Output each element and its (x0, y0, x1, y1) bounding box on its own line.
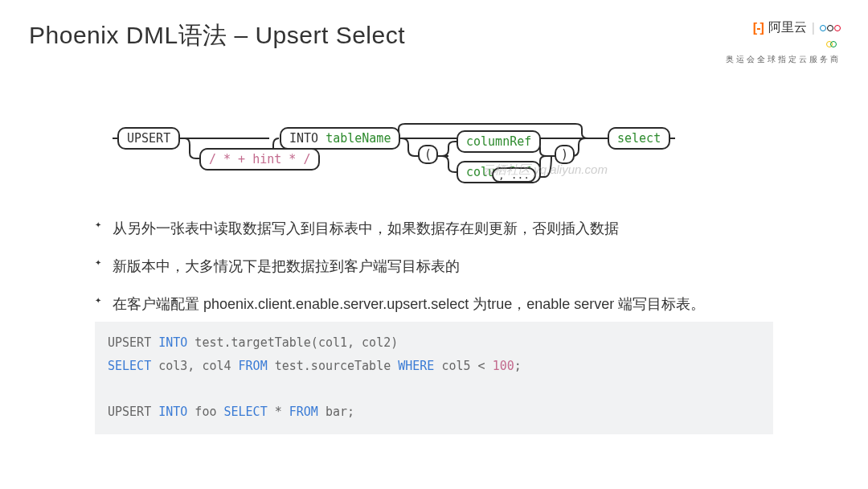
code-line: UPSERT INTO foo SELECT * FROM bar; (108, 401, 760, 424)
code-block: UPSERT INTO test.targetTable(col1, col2)… (95, 322, 773, 434)
node-hint: / * + hint * / (199, 148, 320, 171)
olympic-rings-icon (820, 25, 841, 31)
node-lparen: ( (418, 145, 438, 164)
columnref-text: columnRef (466, 134, 531, 149)
code-line: UPSERT INTO test.targetTable(col1, col2) (108, 331, 760, 355)
syntax-diagram: UPSERT / * + hint * / INTO tableName ( c… (113, 121, 723, 193)
node-select: select (608, 127, 670, 150)
code-line (108, 377, 760, 401)
brand-divider: | (812, 21, 815, 35)
brand-logo-icon: [-] (753, 21, 764, 35)
node-into: INTO tableName (280, 127, 400, 150)
into-kw: INTO (289, 131, 318, 146)
olympic-rings-bottom-icon (829, 38, 837, 47)
tablename-text: tableName (326, 131, 391, 146)
select-text: select (617, 131, 661, 146)
node-rparen: ) (555, 145, 575, 164)
code-line: SELECT col3, col4 FROM test.sourceTable … (108, 355, 760, 378)
node-upsert: UPSERT (117, 127, 180, 150)
node-comma: , ... (492, 167, 536, 183)
bullet-item: 新版本中，大多情况下是把数据拉到客户端写目标表的 (95, 255, 802, 278)
brand-subtitle: 奥运会全球指定云服务商 (726, 54, 841, 65)
node-columnref: columnRef (457, 130, 541, 153)
hint-text: / * + hint * / (209, 152, 310, 166)
bullet-item: 在客户端配置 phoenix.client.enable.server.upse… (95, 293, 802, 316)
bullet-item: 从另外一张表中读取数据写入到目标表中，如果数据存在则更新，否则插入数据 (95, 217, 802, 240)
brand-block: [-] 阿里云 | 奥运会全球指定云服务商 (726, 19, 841, 65)
page-title: Phoenix DML语法 – Upsert Select (29, 19, 405, 52)
brand-name: 阿里云 (768, 19, 807, 36)
bullet-list: 从另外一张表中读取数据写入到目标表中，如果数据存在则更新，否则插入数据 新版本中… (95, 217, 802, 330)
